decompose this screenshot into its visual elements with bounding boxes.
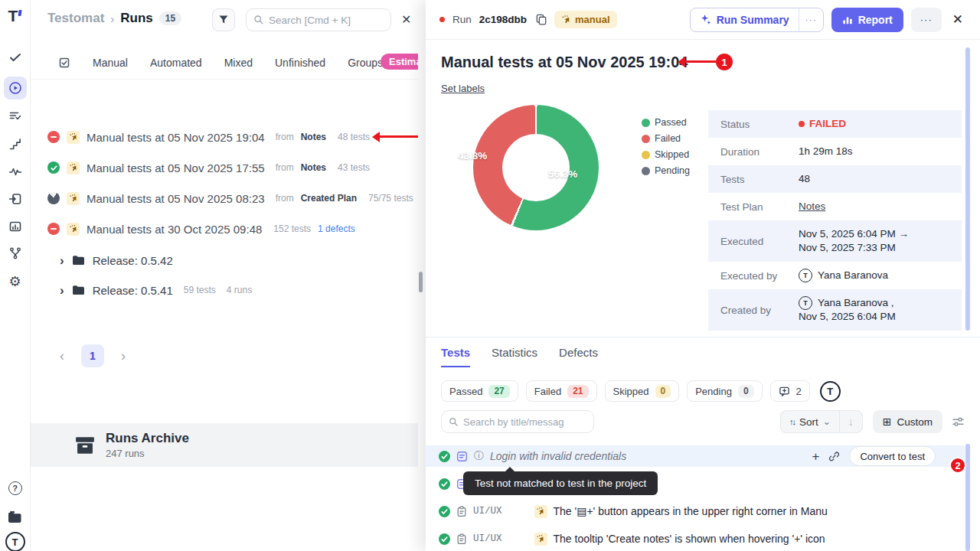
custom-label: Custom	[897, 416, 933, 428]
detail-tabs: Tests Statistics Defects	[441, 346, 598, 367]
sort-direction-button[interactable]: ↓	[839, 411, 862, 432]
select-all-icon[interactable]	[58, 57, 70, 69]
info-label: Test Plan	[720, 201, 799, 213]
detail-scrollbar-thumb[interactable]	[965, 47, 970, 331]
info-label: Created by	[720, 305, 799, 316]
estimate-badge[interactable]: Estimate	[381, 54, 418, 70]
run-title-heading: Manual tests at 05 Nov 2025 19:04	[441, 54, 688, 71]
run-type-badge[interactable]: manual	[554, 11, 617, 28]
chip-skipped[interactable]: Skipped0	[605, 380, 680, 402]
testplan-link[interactable]: Notes	[799, 200, 825, 214]
help-icon[interactable]: ?	[4, 477, 27, 500]
run-row-2[interactable]: Manual tests at 05 Nov 2025 17:55 from N…	[31, 154, 418, 181]
run-from-label: from	[276, 193, 294, 204]
test-row-4[interactable]: UI/UX The tooltip 'Create notes' is show…	[426, 528, 965, 549]
steps-nav-icon[interactable]	[4, 132, 27, 155]
info-row-tests: Tests 48	[708, 165, 962, 193]
runs-nav-icon[interactable]	[4, 77, 27, 99]
archive-title: Runs Archive	[106, 431, 189, 446]
run-summary-label: Run Summary	[717, 14, 789, 26]
tests-search-input[interactable]	[463, 416, 578, 428]
breadcrumb-project[interactable]: Testomat	[47, 11, 104, 26]
tab-groups[interactable]: Groups	[348, 57, 383, 69]
chip-pending[interactable]: Pending0	[687, 380, 762, 402]
status-value: FAILED	[799, 117, 846, 131]
branch-nav-icon[interactable]	[4, 242, 27, 265]
filter-button[interactable]	[212, 8, 235, 31]
passed-check-icon	[439, 506, 450, 517]
breadcrumb-separator-icon: ›	[110, 12, 114, 25]
close-detail-icon[interactable]: ✕	[949, 11, 966, 28]
folder-row-1[interactable]: › Release: 0.5.42	[31, 246, 418, 274]
more-actions-button[interactable]: ···	[911, 8, 942, 32]
manual-run-icon	[67, 192, 80, 205]
run-source: Notes	[301, 162, 326, 173]
custom-columns-button[interactable]: ⊞Custom	[873, 410, 942, 433]
chip-failed[interactable]: Failed21	[526, 380, 597, 402]
chevron-right-icon[interactable]: ›	[60, 284, 64, 297]
test-row-3[interactable]: UI/UX The '▤+' button appears in the upp…	[426, 500, 965, 522]
folder-row-2[interactable]: › Release: 0.5.41 59 tests 4 runs	[31, 276, 418, 304]
convert-to-test-button[interactable]: Convert to test	[849, 446, 936, 466]
add-icon[interactable]: +	[812, 450, 820, 463]
tab-statistics[interactable]: Statistics	[492, 346, 537, 367]
user-avatar: T	[799, 269, 812, 282]
panel-close-icon[interactable]: ✕	[401, 12, 411, 27]
tests-scrollbar-thumb[interactable]	[965, 444, 970, 551]
legend-pending: Pending	[642, 165, 690, 176]
run-defects-link[interactable]: 1 defects	[318, 223, 355, 234]
tab-unfinished[interactable]: Unfinished	[275, 57, 325, 69]
page-number[interactable]: 1	[81, 344, 104, 367]
testomat-logo-icon[interactable]: T	[8, 7, 22, 25]
chip-comments[interactable]: 2	[770, 380, 810, 402]
run-row-1[interactable]: Manual tests at 05 Nov 2025 19:04 from N…	[31, 123, 418, 151]
view-settings-icon[interactable]	[952, 416, 965, 429]
report-button[interactable]: Report	[831, 8, 903, 32]
settings-nav-icon[interactable]: ⚙	[4, 270, 27, 293]
tab-automated[interactable]: Automated	[150, 57, 202, 69]
left-scrollbar-thumb[interactable]	[419, 272, 423, 292]
gear-icon: ⚙	[8, 275, 21, 289]
run-label: Run	[452, 14, 472, 25]
annotation-badge-2: 2	[949, 457, 966, 474]
test-row-1[interactable]: ⓘ Login with invalid credentials + Conve…	[426, 445, 965, 467]
import-nav-icon[interactable]	[4, 187, 27, 210]
runs-archive[interactable]: Runs Archive 247 runs	[31, 423, 418, 467]
page-prev-icon[interactable]: ‹	[54, 348, 70, 364]
run-row-4[interactable]: Manual tests at 30 Oct 2025 09:48 152 te…	[31, 215, 418, 243]
breadcrumb: Testomat › Runs 15	[47, 11, 181, 26]
checks-nav-icon[interactable]	[4, 46, 27, 69]
assignee-avatar[interactable]: T	[820, 381, 841, 402]
chip-passed[interactable]: Passed27	[441, 380, 518, 402]
test-title: The '▤+' button appears in the upper rig…	[554, 505, 828, 517]
chevron-right-icon[interactable]: ›	[60, 254, 64, 267]
tab-mixed[interactable]: Mixed	[224, 57, 253, 69]
annotation-arrow-title	[684, 60, 716, 63]
set-labels-link[interactable]: Set labels	[441, 83, 485, 94]
docs-folder-icon[interactable]	[4, 505, 27, 528]
tab-defects[interactable]: Defects	[559, 346, 598, 367]
user-avatar[interactable]: T	[4, 530, 27, 551]
run-row-3[interactable]: Manual tests at 05 Nov 2025 08:23 from C…	[31, 184, 418, 212]
manual-run-icon	[534, 505, 547, 518]
run-summary-more-button[interactable]: ···	[799, 8, 823, 31]
run-summary-button[interactable]: Run Summary	[691, 8, 799, 31]
suites-nav-icon[interactable]	[4, 105, 27, 128]
comment-plus-icon	[779, 386, 790, 397]
copy-icon[interactable]	[536, 14, 547, 25]
archive-text: Runs Archive 247 runs	[106, 431, 189, 459]
tab-tests[interactable]: Tests	[441, 346, 470, 367]
info-row-executed-by: Executed by TYana Baranova	[708, 262, 962, 289]
passed-slice-label: 56.3%	[548, 168, 577, 180]
manual-run-icon	[561, 15, 571, 24]
page-next-icon[interactable]: ›	[115, 348, 132, 364]
analytics-nav-icon[interactable]	[4, 215, 27, 238]
manual-run-icon	[67, 223, 80, 236]
runs-search-input[interactable]	[269, 15, 376, 26]
sort-button[interactable]: ↑↓Sort⌄	[781, 411, 839, 432]
report-label: Report	[858, 14, 893, 26]
link-icon[interactable]	[828, 451, 840, 462]
chip-count: 2	[796, 386, 802, 397]
activity-nav-icon[interactable]	[4, 160, 27, 183]
tab-manual[interactable]: Manual	[93, 57, 128, 69]
